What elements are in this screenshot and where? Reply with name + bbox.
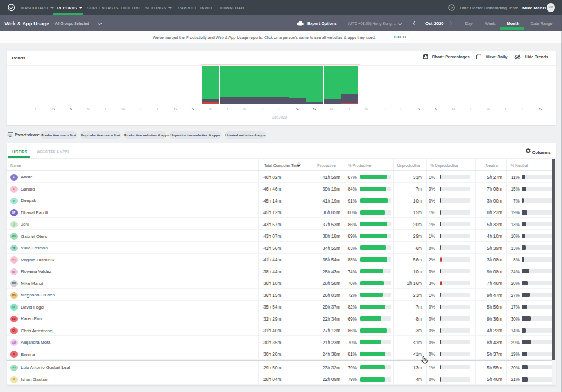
svg-text:?: ? (451, 5, 453, 10)
